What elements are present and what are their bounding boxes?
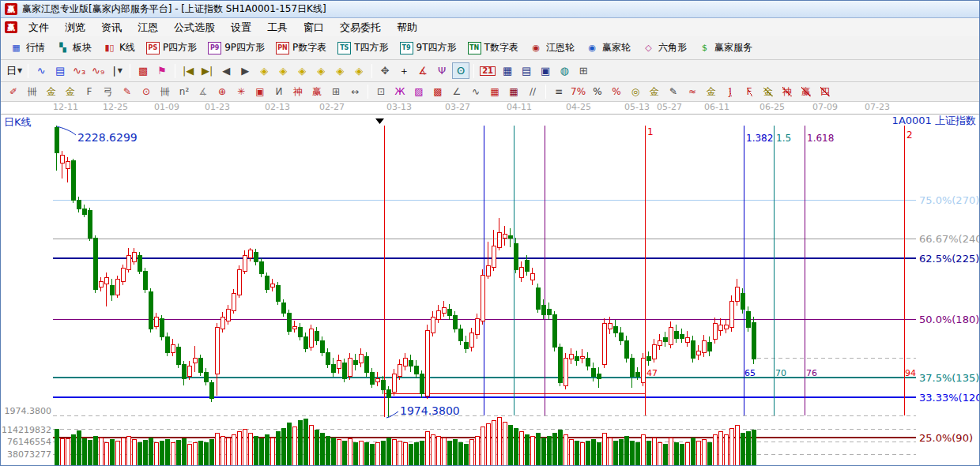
rect-select-tool[interactable]: ⊡	[372, 85, 390, 100]
menu-item-8[interactable]: 窗口	[296, 19, 332, 36]
wave-line-tool[interactable]: ≈	[684, 85, 701, 100]
number-grid-tool[interactable]: ⊞	[327, 85, 345, 100]
toolbar-p-number[interactable]: PNP数字表	[270, 39, 332, 56]
pencil-tool[interactable]: ✐	[5, 85, 22, 100]
square-n2-tool[interactable]: n²	[175, 85, 193, 100]
last-page-icon[interactable]: ▶|	[198, 62, 216, 79]
toolbar-t-number[interactable]: TNT数字表	[462, 39, 524, 56]
win-angle-tool[interactable]: 赢	[797, 85, 815, 100]
protractor-tool[interactable]: ∡	[194, 85, 212, 100]
zigzag-tool[interactable]: ∿	[467, 85, 484, 100]
web-icon[interactable]: ◍	[556, 62, 573, 79]
gold-grid-tool[interactable]: 金	[43, 85, 60, 100]
purple-rays-tool[interactable]: Ж	[391, 85, 409, 100]
trend-chart-icon[interactable]: ∿	[32, 62, 50, 79]
red-box-tool[interactable]: ▩	[429, 85, 447, 100]
menu-item-2[interactable]: 浏览	[57, 19, 93, 36]
menu-item-7[interactable]: 工具	[259, 19, 296, 36]
menu-item-9[interactable]: 交易委托	[332, 19, 389, 36]
toolbar-9p-square[interactable]: P99P四方形	[202, 39, 270, 56]
grid-red-tool[interactable]: ▦	[486, 85, 503, 100]
width-arrow-tool[interactable]: ↔	[346, 85, 364, 100]
toolbar-p-square[interactable]: PSP四方形	[141, 39, 202, 56]
gann-flower-icon[interactable]: Ψ	[433, 62, 450, 79]
gold-grid2-tool[interactable]: 金	[62, 85, 79, 100]
parallel-tool[interactable]: ∕∕	[524, 85, 541, 100]
menu-item-3[interactable]: 资讯	[93, 19, 130, 36]
fractal-icon[interactable]: ʘ	[452, 62, 469, 79]
toolbar-gann-wheel[interactable]: ◉江恩轮	[524, 39, 580, 56]
fib-lines-tool[interactable]: F	[81, 85, 98, 100]
gann-arrow-all-icon[interactable]: ◈	[350, 62, 368, 79]
shen-tool[interactable]: 神	[289, 85, 307, 100]
ray-tool[interactable]: ∠	[448, 85, 466, 100]
toolbar-winner-service[interactable]: $赢家服务	[692, 39, 758, 56]
volume-bar	[492, 420, 496, 465]
menu-item-10[interactable]: 帮助	[389, 19, 425, 36]
gold-box-tool[interactable]: 金	[703, 85, 720, 100]
wave-mark-tool[interactable]: И	[270, 85, 288, 100]
pen2-tool[interactable]: ✎	[665, 85, 682, 100]
next-page-icon[interactable]: ▶	[236, 62, 254, 79]
menu-item-6[interactable]: 设置	[223, 19, 259, 36]
gold-line-tool[interactable]: 金	[646, 85, 663, 100]
info-list-icon[interactable]: ▤	[51, 62, 69, 79]
toolbar-quotes[interactable]: ▦行情	[4, 39, 51, 56]
win-tool[interactable]: 赢	[308, 85, 326, 100]
calculator-icon[interactable]: ▦	[499, 62, 516, 79]
j-angle-tool[interactable]: J	[722, 85, 739, 100]
menu-item-5[interactable]: 公式选股	[166, 19, 223, 36]
gann-arrow-in-icon[interactable]: ◈	[312, 62, 330, 79]
pattern-box-glyph: ▩	[138, 66, 148, 76]
prev-page-icon[interactable]: ◀	[217, 62, 235, 79]
shen-angle-tool[interactable]: 神	[778, 85, 796, 100]
period-selector[interactable]: 日▼	[5, 62, 24, 79]
toolbar-t-square[interactable]: TST四方形	[332, 39, 394, 56]
flag-icon[interactable]: ⚑	[153, 62, 171, 79]
arc-tool[interactable]: 弓	[100, 85, 117, 100]
pattern-box-icon[interactable]: ▩	[134, 62, 152, 79]
toolbar-hexagon[interactable]: ◇六角形	[636, 39, 692, 56]
toolbar-9t-square[interactable]: T99T四方形	[394, 39, 462, 56]
four-angle-tool[interactable]: 四	[816, 85, 834, 100]
time-lines-tool[interactable]: 卌	[156, 85, 174, 100]
gann-circle-tool[interactable]: ⊕	[213, 85, 231, 100]
gold-ring-tool[interactable]: ◎	[627, 85, 644, 100]
notes-icon[interactable]: ▤	[518, 62, 535, 79]
device-icon[interactable]: ⊞	[575, 62, 592, 79]
wave-9-icon[interactable]: ∿₉	[89, 62, 107, 79]
gann-arrow-v-icon[interactable]: ◈	[331, 62, 349, 79]
menu-item-1[interactable]: 文件	[21, 19, 57, 36]
first-page-icon[interactable]: |◀	[179, 62, 197, 79]
brush-tool[interactable]: ✎	[119, 85, 136, 100]
percent-line-tool[interactable]: %	[608, 85, 625, 100]
candle-style-icon[interactable]: ∣▼	[108, 62, 126, 79]
candlestick-chart[interactable]: 12-1112-2501-0901-2302-1302-2703-1303-27…	[1, 102, 979, 465]
gann-arrow-left-icon[interactable]: ◈	[255, 62, 273, 79]
toolbar-winner-wheel[interactable]: ◉赢家轮	[580, 39, 636, 56]
purple-box-tool[interactable]: ▨	[410, 85, 428, 100]
star-rays-tool[interactable]: ✳	[232, 85, 250, 100]
pan-hand-icon[interactable]: ✥	[376, 62, 394, 79]
wave-3-icon[interactable]: ∿₃	[70, 62, 88, 79]
f-angle-tool[interactable]: F	[741, 85, 758, 100]
grid-lines-tool[interactable]: 卌	[24, 85, 41, 100]
ladder-tool[interactable]: ≡	[550, 85, 567, 100]
cycle-clock-tool[interactable]: ⊙	[138, 85, 155, 100]
toolbar-kline[interactable]: ▮▯K线	[97, 39, 141, 56]
gann-arrow-h-icon[interactable]: ◈	[293, 62, 311, 79]
gold-angle-tool[interactable]: 金	[760, 85, 777, 100]
percent-tool[interactable]: %	[589, 85, 606, 100]
gann-box-tool[interactable]: ▣	[251, 85, 269, 100]
gann-arrow-right-icon[interactable]: ◈	[274, 62, 292, 79]
menu-item-4[interactable]: 江恩	[130, 19, 166, 36]
angle-measure-icon[interactable]: ∡	[414, 62, 432, 79]
volume-bar	[209, 439, 213, 465]
percent7-tool[interactable]: 7%	[569, 85, 587, 100]
calendar-icon[interactable]: 21	[478, 62, 497, 79]
save-icon[interactable]: ▣	[537, 62, 554, 79]
toolbar-sectors[interactable]: ▚板块	[51, 39, 97, 56]
grid-dark-tool[interactable]: ▦	[505, 85, 522, 100]
protractor-tool-glyph: ∡	[199, 87, 208, 96]
crosshair-icon[interactable]: ＋	[395, 62, 413, 79]
